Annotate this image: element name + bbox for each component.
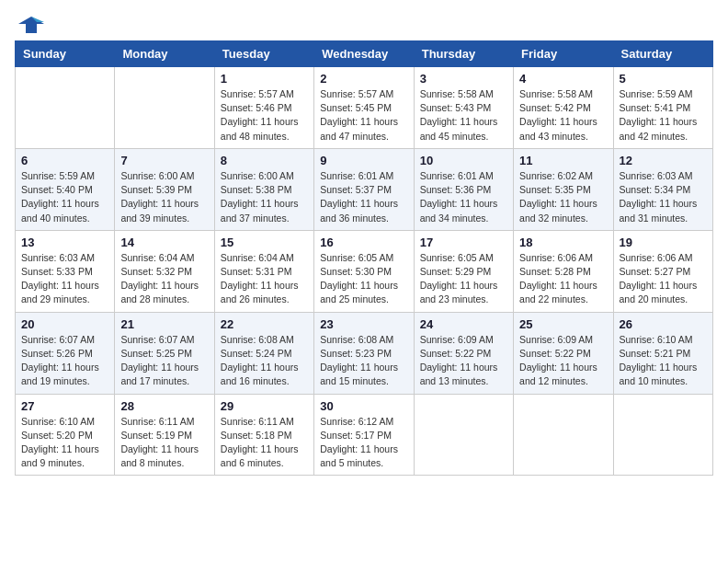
calendar-cell: 16Sunrise: 6:05 AM Sunset: 5:30 PM Dayli…	[314, 230, 414, 312]
day-info: Sunrise: 6:05 AM Sunset: 5:30 PM Dayligh…	[320, 251, 407, 307]
calendar-cell: 5Sunrise: 5:59 AM Sunset: 5:41 PM Daylig…	[613, 67, 712, 149]
day-info: Sunrise: 5:58 AM Sunset: 5:43 PM Dayligh…	[420, 87, 507, 144]
calendar-cell: 15Sunrise: 6:04 AM Sunset: 5:31 PM Dayli…	[214, 230, 313, 312]
day-number: 28	[120, 399, 208, 413]
day-info: Sunrise: 6:00 AM Sunset: 5:39 PM Dayligh…	[120, 169, 208, 225]
day-number: 4	[519, 72, 607, 86]
day-info: Sunrise: 6:00 AM Sunset: 5:38 PM Dayligh…	[221, 169, 308, 225]
calendar-cell: 26Sunrise: 6:10 AM Sunset: 5:21 PM Dayli…	[613, 312, 712, 394]
calendar-cell	[514, 394, 613, 476]
day-number: 7	[120, 154, 208, 167]
day-number: 26	[620, 317, 707, 331]
day-number: 11	[519, 154, 607, 167]
calendar-cell: 19Sunrise: 6:06 AM Sunset: 5:27 PM Dayli…	[613, 230, 712, 312]
day-number: 15	[221, 236, 308, 249]
day-number: 23	[320, 317, 407, 331]
day-number: 1	[221, 72, 308, 86]
calendar-week-row: 20Sunrise: 6:07 AM Sunset: 5:26 PM Dayli…	[16, 312, 713, 394]
day-number: 19	[620, 236, 707, 249]
calendar-cell: 23Sunrise: 6:08 AM Sunset: 5:23 PM Dayli…	[314, 312, 414, 394]
day-number: 8	[221, 154, 308, 167]
day-info: Sunrise: 5:57 AM Sunset: 5:45 PM Dayligh…	[320, 87, 407, 144]
calendar-cell: 12Sunrise: 6:03 AM Sunset: 5:34 PM Dayli…	[613, 148, 712, 230]
day-number: 24	[420, 317, 507, 331]
calendar-cell	[115, 67, 214, 149]
day-info: Sunrise: 6:11 AM Sunset: 5:19 PM Dayligh…	[120, 415, 208, 471]
calendar-week-row: 13Sunrise: 6:03 AM Sunset: 5:33 PM Dayli…	[16, 230, 713, 312]
col-header-wednesday: Wednesday	[314, 41, 414, 67]
day-number: 16	[320, 236, 407, 249]
calendar-cell: 17Sunrise: 6:05 AM Sunset: 5:29 PM Dayli…	[414, 230, 513, 312]
day-number: 22	[221, 317, 308, 331]
day-info: Sunrise: 6:10 AM Sunset: 5:20 PM Dayligh…	[21, 415, 108, 471]
day-info: Sunrise: 6:06 AM Sunset: 5:28 PM Dayligh…	[519, 251, 607, 307]
day-number: 10	[420, 154, 507, 167]
calendar-cell: 21Sunrise: 6:07 AM Sunset: 5:25 PM Dayli…	[115, 312, 214, 394]
day-info: Sunrise: 5:59 AM Sunset: 5:40 PM Dayligh…	[21, 169, 108, 225]
day-info: Sunrise: 6:07 AM Sunset: 5:25 PM Dayligh…	[120, 333, 208, 389]
day-info: Sunrise: 6:01 AM Sunset: 5:36 PM Dayligh…	[420, 169, 507, 225]
day-number: 21	[120, 317, 208, 331]
day-number: 14	[120, 236, 208, 249]
calendar-cell: 14Sunrise: 6:04 AM Sunset: 5:32 PM Dayli…	[115, 230, 214, 312]
day-info: Sunrise: 5:58 AM Sunset: 5:42 PM Dayligh…	[519, 87, 607, 144]
day-info: Sunrise: 6:03 AM Sunset: 5:33 PM Dayligh…	[21, 251, 108, 307]
calendar-cell: 28Sunrise: 6:11 AM Sunset: 5:19 PM Dayli…	[115, 394, 214, 476]
col-header-thursday: Thursday	[414, 41, 513, 67]
day-info: Sunrise: 6:11 AM Sunset: 5:18 PM Dayligh…	[221, 415, 308, 471]
col-header-tuesday: Tuesday	[214, 41, 313, 67]
col-header-saturday: Saturday	[613, 41, 712, 67]
calendar-cell: 27Sunrise: 6:10 AM Sunset: 5:20 PM Dayli…	[16, 394, 115, 476]
day-number: 2	[320, 72, 407, 86]
day-number: 6	[21, 154, 108, 167]
calendar-cell: 6Sunrise: 5:59 AM Sunset: 5:40 PM Daylig…	[16, 148, 115, 230]
calendar-cell: 11Sunrise: 6:02 AM Sunset: 5:35 PM Dayli…	[514, 148, 613, 230]
logo	[15, 15, 44, 31]
day-info: Sunrise: 6:10 AM Sunset: 5:21 PM Dayligh…	[620, 333, 707, 389]
day-number: 20	[21, 317, 108, 331]
calendar-cell	[414, 394, 513, 476]
day-number: 3	[420, 72, 507, 86]
calendar-week-row: 27Sunrise: 6:10 AM Sunset: 5:20 PM Dayli…	[16, 394, 713, 476]
calendar-cell: 18Sunrise: 6:06 AM Sunset: 5:28 PM Dayli…	[514, 230, 613, 312]
day-number: 30	[320, 399, 407, 413]
calendar-cell: 22Sunrise: 6:08 AM Sunset: 5:24 PM Dayli…	[214, 312, 313, 394]
day-number: 18	[519, 236, 607, 249]
day-number: 27	[21, 399, 108, 413]
day-info: Sunrise: 6:04 AM Sunset: 5:32 PM Dayligh…	[120, 251, 208, 307]
day-info: Sunrise: 6:12 AM Sunset: 5:17 PM Dayligh…	[320, 415, 407, 471]
calendar-cell: 30Sunrise: 6:12 AM Sunset: 5:17 PM Dayli…	[314, 394, 414, 476]
calendar-cell: 29Sunrise: 6:11 AM Sunset: 5:18 PM Dayli…	[214, 394, 313, 476]
day-info: Sunrise: 5:57 AM Sunset: 5:46 PM Dayligh…	[221, 87, 308, 144]
day-info: Sunrise: 6:03 AM Sunset: 5:34 PM Dayligh…	[620, 169, 707, 225]
calendar-cell: 10Sunrise: 6:01 AM Sunset: 5:36 PM Dayli…	[414, 148, 513, 230]
day-number: 9	[320, 154, 407, 167]
calendar-cell	[16, 67, 115, 149]
day-info: Sunrise: 6:02 AM Sunset: 5:35 PM Dayligh…	[519, 169, 607, 225]
calendar-cell: 20Sunrise: 6:07 AM Sunset: 5:26 PM Dayli…	[16, 312, 115, 394]
day-info: Sunrise: 6:01 AM Sunset: 5:37 PM Dayligh…	[320, 169, 407, 225]
calendar-cell: 13Sunrise: 6:03 AM Sunset: 5:33 PM Dayli…	[16, 230, 115, 312]
calendar-header-row: SundayMondayTuesdayWednesdayThursdayFrid…	[16, 41, 713, 67]
calendar-cell: 3Sunrise: 5:58 AM Sunset: 5:43 PM Daylig…	[414, 67, 513, 149]
day-info: Sunrise: 6:06 AM Sunset: 5:27 PM Dayligh…	[620, 251, 707, 307]
col-header-sunday: Sunday	[16, 41, 115, 67]
day-number: 5	[620, 72, 707, 86]
day-info: Sunrise: 6:09 AM Sunset: 5:22 PM Dayligh…	[420, 333, 507, 389]
calendar-table: SundayMondayTuesdayWednesdayThursdayFrid…	[15, 40, 713, 476]
calendar-cell	[613, 394, 712, 476]
day-info: Sunrise: 6:07 AM Sunset: 5:26 PM Dayligh…	[21, 333, 108, 389]
col-header-monday: Monday	[115, 41, 214, 67]
calendar-cell: 2Sunrise: 5:57 AM Sunset: 5:45 PM Daylig…	[314, 67, 414, 149]
header	[15, 15, 713, 31]
day-number: 17	[420, 236, 507, 249]
day-info: Sunrise: 6:08 AM Sunset: 5:24 PM Dayligh…	[221, 333, 308, 389]
calendar-cell: 8Sunrise: 6:00 AM Sunset: 5:38 PM Daylig…	[214, 148, 313, 230]
calendar-cell: 9Sunrise: 6:01 AM Sunset: 5:37 PM Daylig…	[314, 148, 414, 230]
col-header-friday: Friday	[514, 41, 613, 67]
day-info: Sunrise: 6:09 AM Sunset: 5:22 PM Dayligh…	[519, 333, 607, 389]
day-info: Sunrise: 6:08 AM Sunset: 5:23 PM Dayligh…	[320, 333, 407, 389]
calendar-cell: 7Sunrise: 6:00 AM Sunset: 5:39 PM Daylig…	[115, 148, 214, 230]
calendar-week-row: 1Sunrise: 5:57 AM Sunset: 5:46 PM Daylig…	[16, 67, 713, 149]
calendar-cell: 4Sunrise: 5:58 AM Sunset: 5:42 PM Daylig…	[514, 67, 613, 149]
